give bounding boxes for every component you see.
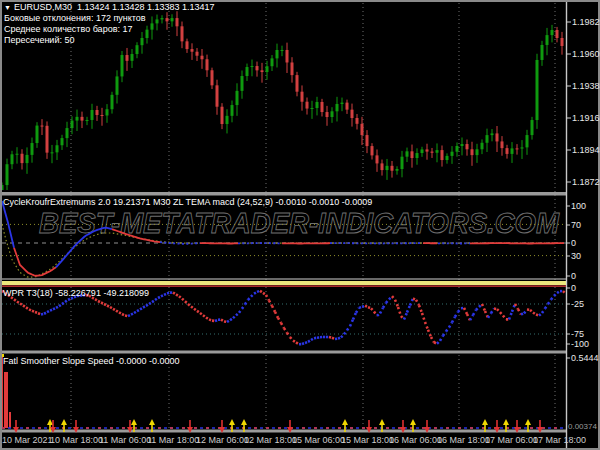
wpr-dotted-line (521, 313, 524, 314)
wpr-dotted-line (203, 315, 206, 317)
wpr-dotted-line (158, 296, 161, 298)
wpr-dotted-line (509, 312, 512, 320)
wpr-dotted-line (413, 299, 416, 300)
wpr-dotted-line (50, 309, 53, 310)
panel3-label: Fatl Smoother Slope Speed -0.0000 -0.000… (3, 356, 180, 367)
wpr-dotted-line (281, 323, 284, 328)
wpr-dotted-line (353, 313, 356, 320)
cycle-main-line (2, 201, 14, 248)
wpr-zero-band (2, 281, 566, 285)
price-axis-label: 1.19825 (572, 17, 600, 27)
candle-body (236, 91, 239, 105)
wpr-dotted-line (455, 312, 458, 317)
candle-body (91, 110, 94, 120)
wpr-dotted-line (113, 309, 116, 311)
candle-body (281, 50, 284, 51)
wpr-dotted-line (410, 299, 413, 306)
candle-body (401, 157, 404, 169)
wpr-dotted-line (464, 308, 467, 314)
wpr-dotted-line (62, 302, 65, 304)
candle-body (201, 56, 204, 60)
wpr-dotted-line (200, 313, 203, 315)
candle-body (511, 148, 514, 154)
wpr-dotted-line (194, 309, 197, 311)
wpr-dotted-line (368, 307, 371, 308)
wpr-dotted-line (494, 309, 497, 310)
candle-body (496, 133, 499, 141)
info-line-deviations: Боковые отклонения: 172 пунктов (4, 13, 146, 24)
candle-body (11, 154, 14, 164)
wpr-dotted-line (530, 310, 533, 313)
candle-body (406, 151, 409, 156)
candle-body (311, 108, 314, 109)
candle-body (546, 35, 549, 45)
candle-body (451, 152, 454, 156)
candle-body (261, 70, 264, 72)
candle-body (541, 45, 544, 60)
candle-body (341, 103, 344, 104)
wpr-dotted-line (164, 294, 167, 295)
wpr-dotted-line (53, 308, 56, 309)
time-axis-label: 12 Mar 18:00 (244, 435, 297, 445)
wpr-dotted-line (224, 321, 227, 322)
candle-body (156, 19, 159, 23)
wpr-dotted-line (245, 300, 248, 305)
candle-body (391, 166, 394, 171)
price-axis-label: 1.18725 (572, 177, 600, 187)
wpr-dotted-line (254, 292, 257, 294)
wpr-dotted-line (308, 340, 311, 342)
chart-canvas[interactable] (0, 0, 600, 450)
candle-body (276, 50, 279, 58)
wpr-dotted-line (275, 312, 278, 318)
wpr-dotted-line (107, 306, 110, 308)
candle-body (171, 18, 174, 21)
wpr-dotted-line (350, 319, 353, 326)
candle-body (431, 152, 434, 153)
candle-body (166, 18, 169, 21)
indicator-scale-label: 0 (571, 238, 576, 248)
up-arrow-marker (241, 419, 247, 425)
candle-body (221, 107, 224, 124)
wpr-dotted-line (365, 306, 368, 307)
wpr-dotted-line (26, 307, 29, 309)
candle-body (101, 115, 104, 116)
wpr-dotted-line (125, 316, 128, 317)
indicator-scale-label: 70 (571, 220, 581, 230)
wpr-dotted-line (437, 341, 440, 344)
candle-body (526, 135, 529, 147)
time-axis-label: 11 Mar 06:00 (99, 435, 151, 445)
wpr-dotted-line (35, 312, 38, 313)
candle-body (446, 156, 449, 160)
candle-body (181, 26, 184, 41)
candle-body (411, 151, 414, 158)
wpr-dotted-line (161, 295, 164, 297)
up-arrow-marker (342, 419, 348, 425)
window-border (1, 1, 599, 449)
wpr-dotted-line (497, 309, 500, 312)
candle-body (81, 117, 84, 121)
candle-body (416, 153, 419, 158)
wpr-dotted-line (290, 337, 293, 341)
candle-body (251, 66, 254, 67)
wpr-dotted-line (440, 336, 443, 341)
up-arrow-marker (47, 419, 53, 425)
candle-body (151, 23, 154, 29)
wpr-dotted-line (197, 311, 200, 313)
candle-body (51, 152, 54, 153)
time-axis-label: 15 Mar 18:00 (341, 435, 394, 445)
info-line-crossings: Пересечений: 50 (4, 35, 74, 46)
wpr-dotted-line (431, 337, 434, 342)
wpr-dotted-line (176, 294, 179, 296)
wpr-dotted-line (428, 330, 431, 337)
up-arrow-marker (482, 419, 488, 425)
wpr-dotted-line (191, 307, 194, 309)
wpr-dotted-line (209, 319, 212, 320)
up-arrow-marker (131, 419, 137, 425)
wpr-dotted-line (404, 312, 407, 319)
candle-body (231, 105, 234, 116)
panel1-label: CycleKroufrExtremums 2.0 19.21371 M30 ZL… (3, 197, 372, 208)
wpr-dotted-line (134, 311, 137, 313)
candle-body (361, 124, 364, 135)
candle-body (331, 111, 334, 117)
wpr-dotted-line (407, 305, 410, 312)
